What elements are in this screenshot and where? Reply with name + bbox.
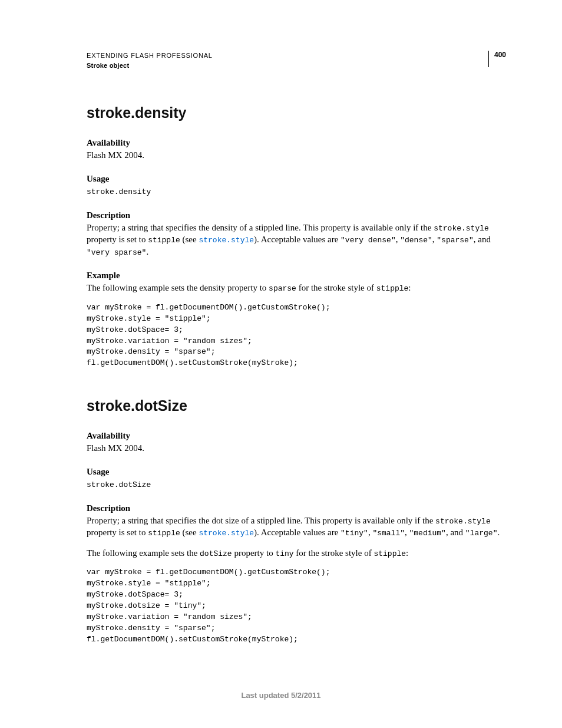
availability-label: Availability [87,431,506,441]
desc-code: "large" [465,529,498,538]
example-label: Example [87,271,506,281]
section-heading-dotsize: stroke.dotSize [87,397,506,414]
example-codeblock: var myStroke = fl.getDocumentDOM().getCu… [87,302,506,369]
desc-text: (see [180,235,199,244]
desc-code: stroke.style [434,224,489,233]
usage-label: Usage [87,174,506,184]
page-number-container: 400 [488,51,506,67]
desc-code: stipple [148,236,180,245]
desc-text: , and [446,528,465,537]
usage-code: stroke.dotSize [87,480,151,489]
example-text: The following example sets the [87,548,200,558]
desc-code: "dense" [400,236,432,245]
example-text: The following example sets the density p… [87,283,269,292]
desc-code: stroke.style [435,517,491,526]
desc-text: property is set to [87,235,148,244]
desc-text: Property; a string that specifies the de… [87,223,434,232]
availability-text: Flash MX 2004. [87,442,506,454]
desc-text: . [146,247,148,256]
example-text: property to [232,548,276,558]
stroke-style-link[interactable]: stroke.style [199,529,254,538]
desc-text: Property; a string that specifies the do… [87,516,435,525]
example-code-inline: stipple [376,284,409,293]
desc-text: (see [180,528,199,537]
desc-code: "small" [372,529,405,538]
example-code-inline: sparse [269,284,296,293]
example-text: : [408,283,411,292]
usage-label: Usage [87,467,506,477]
example-text: for the stroke style of [296,283,376,292]
desc-code: "very sparse" [87,248,146,257]
desc-code: "tiny" [340,529,368,538]
stroke-style-link[interactable]: stroke.style [199,236,254,245]
example-intro: The following example sets the dotSize p… [87,547,506,559]
header-title: EXTENDING FLASH PROFESSIONAL [87,51,213,61]
example-codeblock: var myStroke = fl.getDocumentDOM().getCu… [87,567,506,645]
availability-label: Availability [87,138,506,148]
page-footer: Last updated 5/2/2011 [0,691,562,700]
desc-text: property is set to [87,528,148,537]
example-text: for the stroke style of [294,548,374,558]
desc-code: "sparse" [437,236,473,245]
section-heading-density: stroke.density [87,104,506,121]
page-header: EXTENDING FLASH PROFESSIONAL Stroke obje… [87,51,506,70]
description-paragraph: Property; a string that specifies the do… [87,515,506,539]
desc-code: stipple [148,529,180,538]
availability-text: Flash MX 2004. [87,149,506,161]
page-content: EXTENDING FLASH PROFESSIONAL Stroke obje… [0,0,562,645]
desc-text: ). Acceptable values are [254,528,340,537]
description-label: Description [87,210,506,220]
example-code-inline: stipple [373,549,406,558]
header-subtitle: Stroke object [87,61,213,71]
desc-code: "very dense" [340,236,396,245]
desc-text: , and [474,235,491,244]
description-paragraph: Property; a string that specifies the de… [87,222,506,258]
example-code-inline: dotSize [200,549,232,558]
example-intro: The following example sets the density p… [87,282,506,294]
example-code-inline: tiny [275,549,293,558]
header-left: EXTENDING FLASH PROFESSIONAL Stroke obje… [87,51,213,70]
desc-text: ). Acceptable values are [254,235,340,244]
desc-code: "medium" [409,529,445,538]
page-number: 400 [494,51,506,59]
desc-text: . [497,528,500,537]
description-label: Description [87,503,506,513]
usage-code: stroke.density [87,187,151,196]
example-text: : [406,548,408,558]
